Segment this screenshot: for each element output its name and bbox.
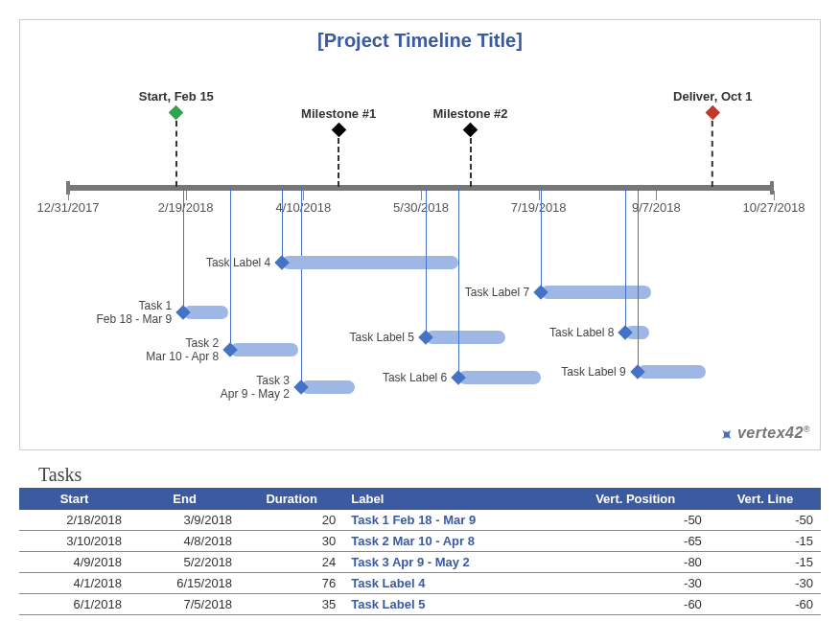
task-label: Task Label 8 [549, 326, 614, 339]
milestone-label: Start, Feb 15 [139, 89, 214, 104]
cell-label: Task 3 Apr 9 - May 2 [343, 552, 561, 573]
milestone-label: Milestone #1 [301, 106, 376, 121]
cell-start: 2/18/2018 [19, 510, 129, 531]
cell-label: Task Label 5 [343, 594, 561, 615]
cell-duration: 20 [240, 510, 343, 531]
cell-start: 4/1/2018 [19, 573, 129, 594]
cell-vpos: -30 [562, 573, 710, 594]
col-label: Label [343, 488, 561, 510]
task-leader-line [183, 188, 184, 312]
tasks-header-row: Start End Duration Label Vert. Position … [19, 488, 821, 510]
table-row: 2/18/20183/9/201820Task 1 Feb 18 - Mar 9… [19, 510, 821, 531]
cell-end: 3/9/2018 [129, 510, 240, 531]
logo-icon: ✦ [716, 424, 738, 446]
task-bar [282, 256, 458, 269]
task-label: Task 2Mar 10 - Apr 8 [146, 336, 219, 363]
cell-vline: -15 [710, 552, 821, 573]
milestone: Milestone #1 [301, 106, 376, 187]
col-vline: Vert. Line [710, 488, 821, 510]
table-row: 3/10/20184/8/201830Task 2 Mar 10 - Apr 8… [19, 531, 821, 552]
task-leader-line [282, 188, 283, 263]
diamond-icon [331, 123, 346, 138]
axis-tick [539, 191, 540, 200]
axis-tick [303, 191, 304, 200]
axis-tick-label: 5/30/2018 [393, 200, 449, 215]
col-end: End [129, 488, 240, 510]
task-bar [230, 343, 298, 356]
task-bar [301, 380, 355, 394]
col-duration: Duration [240, 488, 343, 510]
milestone-leader-line [470, 138, 472, 187]
milestone-leader-line [175, 121, 177, 187]
table-row: 6/1/20187/5/201835Task Label 5-60-60 [19, 594, 821, 615]
milestone-leader-line [712, 121, 713, 187]
axis-tick-label: 10/27/2018 [742, 200, 805, 215]
cell-duration: 76 [240, 573, 343, 594]
cell-start: 6/1/2018 [19, 594, 129, 615]
axis-tick [421, 191, 422, 200]
task-leader-line [638, 188, 639, 372]
task-leader-line [458, 188, 459, 378]
table-row: 4/1/20186/15/201876Task Label 4-30-30 [19, 573, 821, 594]
diamond-icon [463, 123, 478, 138]
tasks-table: Start End Duration Label Vert. Position … [19, 488, 821, 615]
task-leader-line [301, 188, 302, 387]
task-label: Task Label 4 [206, 256, 270, 269]
cell-end: 7/5/2018 [129, 594, 240, 615]
milestone-label: Deliver, Oct 1 [673, 89, 752, 104]
cell-end: 4/8/2018 [129, 531, 240, 552]
task-bar [638, 365, 706, 379]
vertex42-logo: ✦vertex42® [720, 425, 810, 444]
axis-tick [68, 191, 69, 200]
task-label: Task 1Feb 18 - Mar 9 [97, 299, 173, 326]
cell-vpos: -65 [562, 531, 710, 552]
cell-vline: -50 [710, 510, 821, 531]
cell-vpos: -80 [562, 552, 710, 573]
logo-text: vertex42 [737, 425, 804, 441]
cell-vpos: -60 [562, 594, 710, 615]
cell-vpos: -50 [562, 510, 710, 531]
cell-start: 3/10/2018 [19, 531, 129, 552]
task-leader-line [426, 188, 427, 337]
cell-end: 5/2/2018 [129, 552, 240, 573]
tasks-section-title: Tasks [38, 464, 821, 486]
task-label: Task 3Apr 9 - May 2 [221, 374, 290, 401]
axis-tick-label: 2/19/2018 [158, 200, 214, 215]
task-bar [541, 286, 651, 299]
cell-duration: 30 [240, 531, 343, 552]
milestone: Deliver, Oct 1 [673, 89, 752, 187]
task-label: Task Label 5 [350, 331, 414, 344]
axis-tick [186, 191, 187, 200]
axis-tick-label: 7/19/2018 [511, 200, 567, 215]
milestone-label: Milestone #2 [433, 106, 508, 121]
cell-label: Task Label 4 [343, 573, 561, 594]
diamond-icon [169, 105, 184, 121]
chart-plot-area: 12/31/20172/19/20184/10/20185/30/20187/1… [68, 68, 772, 421]
diamond-icon [705, 105, 720, 121]
cell-vline: -60 [710, 594, 821, 615]
task-label: Task Label 9 [561, 365, 625, 379]
axis-tick [656, 191, 657, 200]
milestone: Milestone #2 [433, 106, 508, 187]
cell-duration: 24 [240, 552, 343, 573]
col-vpos: Vert. Position [562, 488, 710, 510]
cell-end: 6/15/2018 [129, 573, 240, 594]
task-bar [458, 371, 541, 384]
task-leader-line [625, 188, 626, 333]
axis-tick-label: 12/31/2017 [36, 200, 99, 215]
table-row: 4/9/20185/2/201824Task 3 Apr 9 - May 2-8… [19, 552, 821, 573]
chart-title: [Project Timeline Title] [20, 30, 820, 52]
task-label: Task Label 7 [465, 286, 529, 299]
cell-vline: -15 [710, 531, 821, 552]
task-leader-line [541, 188, 542, 292]
chart-container: [Project Timeline Title] 12/31/20172/19/… [19, 19, 821, 450]
cell-vline: -30 [710, 573, 821, 594]
cell-start: 4/9/2018 [19, 552, 129, 573]
cell-label: Task 1 Feb 18 - Mar 9 [343, 510, 561, 531]
task-label: Task Label 6 [383, 371, 447, 384]
milestone: Start, Feb 15 [139, 89, 214, 187]
axis-tick-label: 4/10/2018 [275, 200, 331, 215]
axis-tick [774, 191, 775, 200]
task-bar [426, 331, 505, 344]
axis-tick-label: 9/7/2018 [632, 200, 681, 215]
